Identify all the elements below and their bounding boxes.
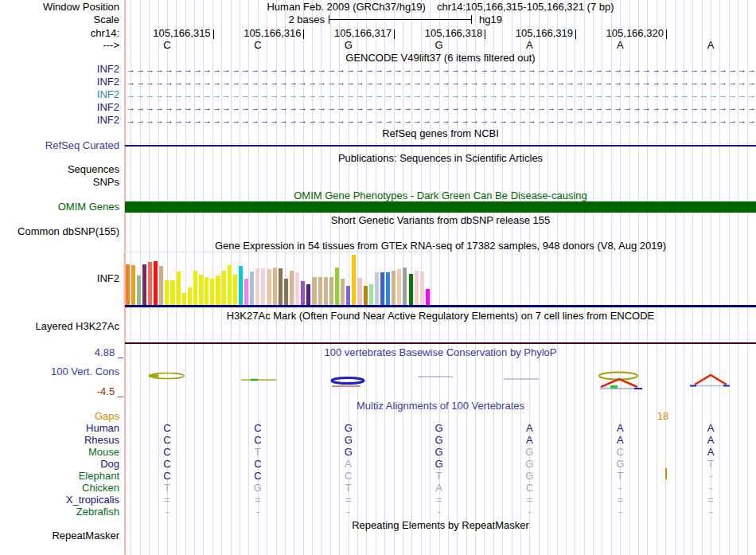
track-label-h3k27ac[interactable]: Layered H3K27Ac bbox=[0, 321, 119, 332]
gene-label-inf2-3[interactable]: INF2 bbox=[0, 89, 119, 100]
alignment-base: G bbox=[431, 447, 448, 458]
alignment-base: - bbox=[611, 506, 629, 518]
ruler-tick bbox=[303, 29, 304, 39]
alignment-base: C bbox=[158, 459, 176, 470]
ruler-coordinate: 105,166,317 bbox=[321, 28, 392, 38]
alignment-base: A bbox=[520, 423, 538, 434]
track-label-refseq-curated[interactable]: RefSeq Curated bbox=[0, 140, 119, 151]
reference-base: C bbox=[249, 40, 267, 51]
gene-transcript-arrows[interactable]: →→→→→→→→→→→→→→→→→→→→→→→→→→→→→→→→→→→→→→→→… bbox=[127, 103, 754, 112]
alignment-base: G bbox=[431, 423, 448, 434]
alignment-base: = bbox=[611, 494, 629, 506]
scale-label: Scale bbox=[0, 14, 119, 25]
species-label-human[interactable]: Human bbox=[0, 423, 119, 434]
gtex-baseline bbox=[125, 305, 756, 307]
alignment-base: G bbox=[249, 483, 267, 494]
gtex-tissue-bar bbox=[131, 265, 135, 306]
species-label-rhesus[interactable]: Rhesus bbox=[0, 435, 119, 446]
gtex-tissue-bar bbox=[222, 271, 226, 307]
track-title-refseq[interactable]: RefSeq genes from NCBI bbox=[125, 128, 756, 139]
track-label-sequences[interactable]: Sequences bbox=[0, 164, 119, 175]
track-label-repeatmasker[interactable]: RepeatMasker bbox=[0, 530, 119, 541]
track-title-gtex[interactable]: Gene Expression in 54 tissues from GTEx … bbox=[125, 240, 756, 252]
track-title-phylop[interactable]: 100 vertebrates Basewise Conservation by… bbox=[125, 347, 756, 358]
alignment-base: A bbox=[702, 423, 719, 434]
alignment-base: C bbox=[249, 423, 267, 434]
scale-bar-left-tick bbox=[329, 15, 329, 24]
gtex-tissue-bar bbox=[329, 277, 333, 307]
track-title-omim[interactable]: OMIM Gene Phenotypes - Dark Green Can Be… bbox=[125, 190, 756, 201]
species-label-x_tropicalis[interactable]: X_tropicalis bbox=[0, 494, 119, 506]
alignment-base: G bbox=[340, 423, 357, 434]
gtex-tissue-bar bbox=[306, 284, 310, 307]
gene-transcript-arrows[interactable]: →→→→→→→→→→→→→→→→→→→→→→→→→→→→→→→→→→→→→→→→… bbox=[127, 77, 754, 87]
gtex-tissue-bar bbox=[148, 262, 152, 306]
gtex-tissue-bar bbox=[177, 272, 181, 307]
omim-gene-bar[interactable] bbox=[125, 201, 756, 213]
alignment-base: T bbox=[340, 483, 357, 494]
gtex-tissue-bar bbox=[415, 271, 419, 307]
gtex-tissue-bar bbox=[239, 266, 243, 306]
h3k27ac-signal-baseline bbox=[125, 342, 756, 344]
alignment-base: - bbox=[611, 483, 629, 494]
reference-base: G bbox=[340, 40, 357, 51]
track-title-dbsnp[interactable]: Short Genetic Variants from dbSNP releas… bbox=[125, 215, 756, 226]
alignment-base: A bbox=[702, 447, 719, 458]
gtex-tissue-bar bbox=[369, 284, 373, 307]
genome-browser-view: Window Position Human Feb. 2009 (GRCh37/… bbox=[0, 0, 756, 555]
track-title-h3k27ac[interactable]: H3K27Ac Mark (Often Found Near Active Re… bbox=[125, 311, 756, 322]
gene-label-inf2-4[interactable]: INF2 bbox=[0, 102, 119, 113]
gtex-tissue-bar bbox=[142, 264, 146, 307]
track-label-gtex-gene[interactable]: INF2 bbox=[0, 273, 119, 284]
gene-transcript-arrows[interactable]: →→→→→→→→→→→→→→→→→→→→→→→→→→→→→→→→→→→→→→→→… bbox=[127, 64, 754, 74]
gtex-tissue-bar bbox=[386, 272, 390, 306]
track-title-repeatmasker[interactable]: Repeating Elements by RepeatMasker bbox=[125, 520, 756, 531]
track-label-omim-genes[interactable]: OMIM Genes bbox=[0, 201, 119, 213]
alignment-base: C bbox=[158, 447, 176, 458]
scale-bar-right-tick bbox=[471, 15, 472, 24]
species-label-mouse[interactable]: Mouse bbox=[0, 447, 119, 458]
track-label-phylop[interactable]: 100 Vert. Cons bbox=[0, 366, 119, 377]
gtex-tissue-bar bbox=[380, 272, 384, 306]
scale-bar bbox=[329, 19, 472, 20]
alignment-base: = bbox=[249, 494, 267, 506]
alignment-base: - bbox=[431, 506, 448, 518]
track-label-snps[interactable]: SNPs bbox=[0, 177, 119, 188]
species-label-gaps[interactable]: Gaps bbox=[0, 411, 119, 422]
alignment-base: C bbox=[249, 435, 267, 446]
alignment-base: - bbox=[702, 506, 719, 518]
assembly-short: hg19 bbox=[479, 14, 502, 25]
position-range: chr14:105,166,315-105,166,321 (7 bp) bbox=[437, 2, 614, 13]
species-label-zebrafish[interactable]: Zebrafish bbox=[0, 506, 119, 518]
gene-transcript-arrows[interactable]: →→→→→→→→→→→→→→→→→→→→→→→→→→→→→→→→→→→→→→→→… bbox=[127, 90, 754, 100]
alignment-base: = bbox=[520, 494, 538, 506]
gtex-tissue-bar bbox=[255, 268, 259, 307]
gene-label-inf2-2[interactable]: INF2 bbox=[0, 76, 119, 88]
ruler-tick bbox=[213, 29, 214, 39]
assembly-title: Human Feb. 2009 (GRCh37/hg19) bbox=[267, 2, 425, 13]
species-label-elephant[interactable]: Elephant bbox=[0, 471, 119, 482]
gtex-tissue-bar bbox=[233, 275, 237, 307]
gtex-tissue-bar bbox=[312, 277, 316, 307]
reference-base: A bbox=[520, 40, 538, 51]
alignment-base: T bbox=[702, 459, 719, 470]
gene-label-inf2-5[interactable]: INF2 bbox=[0, 115, 119, 126]
alignment-base: C bbox=[249, 459, 267, 470]
gtex-tissue-bar bbox=[352, 255, 356, 306]
alignment-base: A bbox=[520, 435, 538, 446]
gene-label-inf2-1[interactable]: INF2 bbox=[0, 64, 119, 75]
track-title-publications[interactable]: Publications: Sequences in Scientific Ar… bbox=[125, 153, 756, 164]
gtex-expression-bar-chart[interactable] bbox=[123, 252, 432, 307]
alignment-base: T bbox=[611, 471, 629, 482]
alignment-base: A bbox=[702, 435, 719, 446]
reference-base: A bbox=[611, 40, 629, 51]
gene-transcript-arrows[interactable]: →→→→→→→→→→→→→→→→→→→→→→→→→→→→→→→→→→→→→→→→… bbox=[127, 115, 754, 125]
alignment-base: - bbox=[340, 506, 357, 518]
gtex-tissue-bar bbox=[210, 279, 214, 307]
track-title-gencode[interactable]: GENCODE V49lift37 (6 items filtered out) bbox=[125, 53, 756, 64]
alignment-base: T bbox=[158, 483, 176, 494]
gtex-tissue-bar bbox=[364, 286, 368, 306]
species-label-dog[interactable]: Dog bbox=[0, 459, 119, 470]
species-label-chicken[interactable]: Chicken bbox=[0, 483, 119, 494]
track-label-common-dbsnp[interactable]: Common dbSNP(155) bbox=[0, 226, 119, 237]
